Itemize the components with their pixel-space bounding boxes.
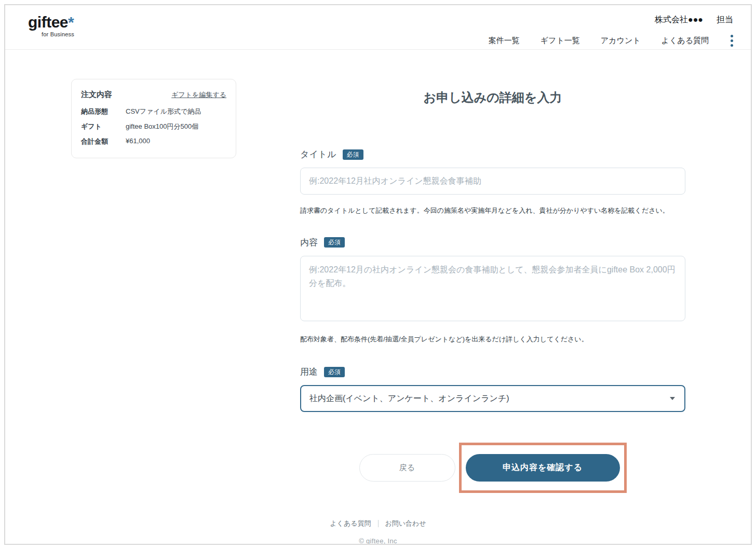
copyright-text: © giftee, Inc: [5, 537, 751, 545]
purpose-select[interactable]: 社内企画(イベント、アンケート、オンラインランチ): [300, 385, 685, 412]
nav-item-gifts[interactable]: ギフト一覧: [541, 36, 580, 46]
title-input[interactable]: [300, 168, 685, 195]
required-badge: 必須: [343, 149, 363, 160]
giftee-logo[interactable]: giftee* for Business: [28, 11, 74, 49]
description-textarea[interactable]: [300, 256, 685, 321]
footer-link-contact[interactable]: お問い合わせ: [385, 519, 426, 528]
footer-link-faq[interactable]: よくある質問: [330, 519, 371, 528]
confirm-button-highlight: 申込内容を確認する: [459, 443, 627, 493]
application-form: お申し込みの詳細を入力 タイトル 必須 請求書のタイトルとして記載されます。今回…: [300, 50, 685, 493]
order-row-value: CSVファイル形式で納品: [126, 107, 201, 116]
nav-item-faq[interactable]: よくある質問: [662, 36, 709, 46]
purpose-field-label: 用途: [300, 366, 318, 378]
order-row-label: ギフト: [81, 122, 126, 131]
nav-item-projects[interactable]: 案件一覧: [489, 36, 520, 46]
chevron-down-icon: [670, 397, 675, 400]
purpose-field-label-row: 用途 必須: [300, 366, 685, 378]
page-title: お申し込みの詳細を入力: [300, 89, 685, 106]
footer-links: よくある質問 お問い合わせ: [5, 519, 751, 528]
form-actions: 戻る 申込内容を確認する: [300, 443, 685, 493]
required-badge: 必須: [324, 367, 345, 377]
header: giftee* for Business 株式会社●●● 担当 案件一覧 ギフト…: [5, 5, 751, 50]
description-field-label: 内容: [300, 237, 318, 249]
main-nav: 案件一覧 ギフト一覧 アカウント よくある質問: [489, 33, 734, 49]
kebab-menu-icon[interactable]: [730, 33, 734, 49]
header-right: 株式会社●●● 担当 案件一覧 ギフト一覧 アカウント よくある質問: [489, 11, 734, 49]
order-row-gift: ギフト giftee Box100円分500個: [81, 122, 226, 131]
title-field-label-row: タイトル 必須: [300, 148, 685, 160]
order-summary-card: 注文内容 ギフトを編集する 納品形態 CSVファイル形式で納品 ギフト gift…: [71, 79, 236, 158]
user-role: 担当: [717, 15, 733, 25]
logo-asterisk: *: [68, 13, 74, 31]
purpose-selected-value: 社内企画(イベント、アンケート、オンラインランチ): [309, 393, 509, 404]
app-window: giftee* for Business 株式会社●●● 担当 案件一覧 ギフト…: [4, 4, 752, 545]
order-row-total: 合計金額 ¥61,000: [81, 137, 226, 146]
order-card-title: 注文内容: [81, 90, 112, 100]
logo-subtitle: for Business: [42, 31, 74, 37]
order-row-label: 納品形態: [81, 107, 126, 116]
order-row-label: 合計金額: [81, 137, 126, 146]
company-name: 株式会社●●●: [655, 15, 703, 25]
title-field-label: タイトル: [300, 148, 336, 160]
order-row-delivery: 納品形態 CSVファイル形式で納品: [81, 107, 226, 116]
confirm-button[interactable]: 申込内容を確認する: [466, 454, 620, 482]
account-info: 株式会社●●● 担当: [655, 11, 734, 25]
title-helper-text: 請求書のタイトルとして記載されます。今回の施策名や実施年月などを入れ、貴社が分か…: [300, 205, 685, 216]
footer-divider: [378, 520, 379, 527]
order-row-value: giftee Box100円分500個: [126, 122, 198, 131]
order-row-value: ¥61,000: [126, 137, 150, 146]
nav-item-account[interactable]: アカウント: [601, 36, 641, 46]
footer: よくある質問 お問い合わせ © giftee, Inc: [5, 519, 751, 545]
description-field-label-row: 内容 必須: [300, 237, 685, 249]
description-helper-text: 配布対象者、配布条件(先着/抽選/全員プレゼントなど)を出来るだけ詳しく入力して…: [300, 334, 685, 345]
edit-gift-link[interactable]: ギフトを編集する: [171, 90, 226, 100]
back-button[interactable]: 戻る: [359, 454, 455, 482]
logo-wordmark: giftee*: [28, 15, 74, 30]
required-badge: 必須: [324, 237, 345, 248]
content-area: 注文内容 ギフトを編集する 納品形態 CSVファイル形式で納品 ギフト gift…: [5, 50, 751, 545]
